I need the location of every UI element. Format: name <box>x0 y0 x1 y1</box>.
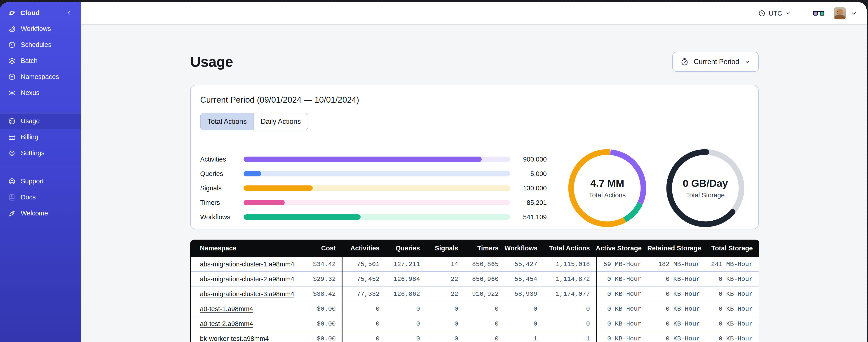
sidebar-item-label: Settings <box>21 149 44 157</box>
nerd-glasses-icon[interactable] <box>813 10 825 17</box>
actions-tab-group: Total Actions Daily Actions <box>200 113 308 130</box>
table-cell: $0.00 <box>303 335 342 342</box>
table-cell: 1 <box>543 335 596 342</box>
chevron-down-icon <box>744 59 750 65</box>
total-storage-value: 0 GB/Day <box>683 177 728 189</box>
namespaces-cube-icon <box>8 73 16 81</box>
table-cell: 182 MB-Hour <box>647 261 706 268</box>
namespace-link[interactable]: abs-migration-cluster-3.a98mm4 <box>200 290 294 298</box>
bar-row-timers: Timers 85,201 <box>200 195 547 210</box>
table-row: abs-migration-cluster-1.a98mm4$34.4275,5… <box>191 257 758 272</box>
table-cell: 0 KB-Hour <box>706 276 758 283</box>
sidebar-item-support[interactable]: Support <box>0 173 81 189</box>
bar-label: Workflows <box>200 213 244 221</box>
col-header-queries: Queries <box>385 244 426 252</box>
bar-value: 85,201 <box>510 199 547 206</box>
table-cell: 0 <box>543 305 596 312</box>
table-cell: 241 MB-Hour <box>706 261 758 268</box>
topbar: UTC <box>81 2 867 25</box>
bar-track <box>244 214 510 220</box>
sidebar-logo-row: Cloud <box>0 2 81 21</box>
total-storage-caption: Total Storage <box>686 192 725 199</box>
table-cell: $0.00 <box>303 305 342 312</box>
table-cell: 0 KB-Hour <box>706 290 758 298</box>
current-period-card: Current Period (09/01/2024 — 10/01/2024)… <box>190 85 758 229</box>
tab-total-actions[interactable]: Total Actions <box>200 113 253 130</box>
table-cell: 1 <box>504 335 543 342</box>
table-row: abs-migration-cluster-3.a98mm4$38.4277,3… <box>191 286 758 301</box>
timezone-label: UTC <box>769 10 782 17</box>
sidebar-item-label: Usage <box>21 117 40 125</box>
table-cell: 22 <box>426 276 464 283</box>
namespace-link[interactable]: abs-migration-cluster-2.a98mm4 <box>200 275 294 283</box>
namespace-cell: abs-migration-cluster-2.a98mm4 <box>191 275 303 283</box>
batch-layers-icon <box>8 57 16 65</box>
table-cell: 0 <box>342 301 385 316</box>
bar-value: 130,000 <box>510 184 547 192</box>
sidebar-item-settings[interactable]: Settings <box>0 145 81 161</box>
bar-row-queries: Queries 5,000 <box>200 167 547 181</box>
table-cell: 0 <box>464 305 504 312</box>
bar-label: Signals <box>200 184 244 192</box>
bar-value: 900,000 <box>510 156 547 163</box>
table-header: Namespace Cost Activities Queries Signal… <box>190 240 759 257</box>
table-cell: 856,865 <box>464 261 504 268</box>
workflows-icon <box>8 25 16 33</box>
nexus-asterisk-icon <box>8 89 16 97</box>
table-row: a0-test-1.a98mm4$0.000000000 KB-Hour0 KB… <box>191 301 758 316</box>
col-header-total-storage: Total Storage <box>706 244 758 252</box>
sidebar-divider <box>0 167 81 167</box>
sidebar: Cloud Workflows Schedules Batch <box>0 2 81 342</box>
table-cell: 0 <box>504 320 543 327</box>
account-menu-button[interactable] <box>850 10 857 17</box>
docs-book-icon <box>8 194 16 201</box>
table-cell: 0 KB-Hour <box>706 335 758 342</box>
sidebar-item-schedules[interactable]: Schedules <box>0 37 81 53</box>
table-cell: 0 <box>385 305 426 312</box>
tab-daily-actions[interactable]: Daily Actions <box>253 113 308 130</box>
table-cell: 0 KB-Hour <box>647 320 706 327</box>
table-cell: $34.42 <box>303 261 342 268</box>
namespace-link[interactable]: a0-test-2.a98mm4 <box>200 320 253 327</box>
namespace-cell: abs-migration-cluster-1.a98mm4 <box>191 261 303 268</box>
table-row: abs-migration-cluster-2.a98mm4$29.3275,4… <box>191 272 758 286</box>
col-header-activities: Activities <box>342 244 385 252</box>
usage-bar-chart: Activities 900,000 Queries 5,000 Signals <box>200 152 547 224</box>
settings-gear-icon <box>8 149 16 157</box>
sidebar-item-batch[interactable]: Batch <box>0 53 81 69</box>
col-header-total-actions: Total Actions <box>543 244 596 252</box>
table-cell: 58,939 <box>504 290 543 298</box>
namespace-link[interactable]: bk-worker-test.a98mm4 <box>200 335 269 342</box>
sidebar-item-nexus[interactable]: Nexus <box>0 85 81 101</box>
namespace-link[interactable]: abs-migration-cluster-1.a98mm4 <box>200 261 294 268</box>
sidebar-item-label: Batch <box>21 57 37 65</box>
sidebar-item-usage[interactable]: Usage <box>0 113 81 129</box>
table-cell: 127,211 <box>385 261 426 268</box>
sidebar-item-namespaces[interactable]: Namespaces <box>0 69 81 85</box>
table-cell: 0 KB-Hour <box>647 335 706 342</box>
table-cell: 22 <box>426 290 464 298</box>
col-header-cost: Cost <box>303 244 342 252</box>
col-header-timers: Timers <box>464 244 504 252</box>
collapse-sidebar-icon[interactable] <box>65 10 73 16</box>
app-window: Cloud Workflows Schedules Batch <box>0 2 867 342</box>
sidebar-item-docs[interactable]: Docs <box>0 189 81 205</box>
bar-fill <box>244 171 261 176</box>
namespace-cell: abs-migration-cluster-3.a98mm4 <box>191 290 303 298</box>
chevron-down-icon <box>785 10 791 16</box>
sidebar-item-workflows[interactable]: Workflows <box>0 21 81 37</box>
total-actions-caption: Total Actions <box>589 192 626 199</box>
table-cell: 0 KB-Hour <box>706 305 758 312</box>
table-cell: 0 <box>342 331 385 342</box>
col-header-workflows: Workflows <box>504 244 543 252</box>
period-selector-button[interactable]: Current Period <box>672 52 758 72</box>
sidebar-item-label: Docs <box>21 194 36 201</box>
usage-gauge-icon <box>8 117 16 125</box>
namespace-link[interactable]: a0-test-1.a98mm4 <box>200 305 253 312</box>
sidebar-item-billing[interactable]: Billing <box>0 129 81 145</box>
user-avatar[interactable] <box>834 7 846 20</box>
timezone-dropdown[interactable]: UTC <box>758 10 791 17</box>
col-header-signals: Signals <box>426 244 464 252</box>
sidebar-item-welcome[interactable]: Welcome <box>0 205 81 221</box>
table-cell: $29.32 <box>303 276 342 283</box>
